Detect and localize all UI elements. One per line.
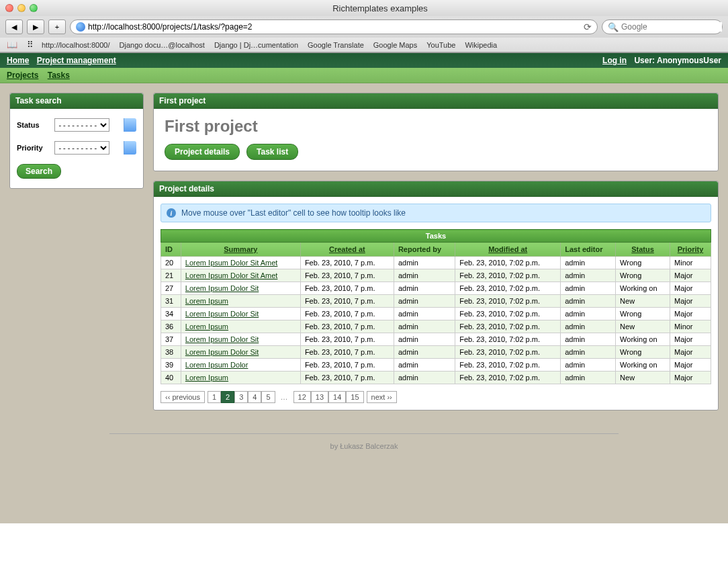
page-prev[interactable]: ‹‹ previous — [161, 391, 205, 403]
cell-created: Feb. 23, 2010, 7 p.m. — [300, 295, 394, 308]
col-priority[interactable]: Priority — [678, 245, 704, 253]
page-13[interactable]: 13 — [311, 391, 328, 403]
cell-created: Feb. 23, 2010, 7 p.m. — [300, 372, 394, 384]
bookmark-item[interactable]: Django docu…@localhost — [120, 41, 205, 49]
task-summary-link[interactable]: Lorem Ipsum — [185, 297, 228, 305]
cell-created: Feb. 23, 2010, 7 p.m. — [300, 269, 394, 282]
task-summary-link[interactable]: Lorem Ipsum Dolor Sit Amet — [185, 271, 278, 279]
cell-editor[interactable]: admin — [561, 308, 616, 320]
cell-modified: Feb. 23, 2010, 7:02 p.m. — [455, 282, 561, 295]
reload-icon[interactable]: ⟳ — [584, 21, 592, 32]
cell-editor[interactable]: admin — [561, 295, 616, 308]
page-3[interactable]: 3 — [234, 391, 248, 403]
page-14[interactable]: 14 — [328, 391, 346, 403]
project-details-button[interactable]: Project details — [165, 144, 240, 160]
task-summary-link[interactable]: Lorem Ipsum Dolor — [185, 361, 248, 369]
bookmark-item[interactable]: Google Maps — [373, 41, 417, 49]
tasks-caption: Tasks — [161, 230, 711, 243]
col-modified[interactable]: Modified at — [488, 245, 527, 253]
cell-reported: admin — [394, 269, 455, 282]
page-4[interactable]: 4 — [248, 391, 261, 403]
cell-reported: admin — [394, 372, 455, 384]
cell-editor[interactable]: admin — [561, 372, 616, 384]
table-row: 40Lorem IpsumFeb. 23, 2010, 7 p.m.adminF… — [161, 372, 711, 384]
page-12[interactable]: 12 — [293, 391, 311, 403]
bookmark-item[interactable]: YouTube — [426, 41, 455, 49]
url-input[interactable] — [88, 22, 581, 32]
info-icon: i — [167, 208, 176, 218]
subnav-projects[interactable]: Projects — [7, 71, 38, 80]
task-list-button[interactable]: Task list — [246, 144, 298, 160]
priority-select[interactable]: --------- — [54, 141, 109, 155]
cell-editor[interactable]: admin — [561, 282, 616, 295]
minimize-window-button[interactable] — [17, 4, 26, 12]
subnav-tasks[interactable]: Tasks — [48, 71, 70, 80]
zoom-window-button[interactable] — [30, 4, 38, 12]
task-summary-link[interactable]: Lorem Ipsum — [185, 322, 228, 331]
cell-modified: Feb. 23, 2010, 7:02 p.m. — [455, 308, 561, 320]
cell-reported: admin — [394, 320, 455, 333]
add-bookmark-button[interactable]: + — [48, 19, 66, 34]
info-box: i Move mouse over "Last editor" cell to … — [161, 204, 711, 222]
cell-created: Feb. 23, 2010, 7 p.m. — [300, 333, 394, 346]
bookmark-item[interactable]: http://localhost:8000/ — [42, 41, 110, 49]
search-button[interactable]: Search — [17, 164, 61, 179]
page-2[interactable]: 2 — [221, 391, 234, 403]
col-summary[interactable]: Summary — [224, 245, 257, 253]
status-label: Status — [17, 121, 54, 129]
cell-editor[interactable]: admin — [561, 257, 616, 269]
task-summary-link[interactable]: Lorem Ipsum Dolor Sit — [185, 348, 259, 356]
page-1[interactable]: 1 — [208, 391, 221, 403]
nav-home[interactable]: Home — [7, 56, 29, 65]
cell-editor[interactable]: admin — [561, 359, 616, 372]
cell-modified: Feb. 23, 2010, 7:02 p.m. — [455, 269, 561, 282]
bookmark-item[interactable]: Django | Dj…cumentation — [214, 41, 298, 49]
back-button[interactable]: ◀ — [5, 19, 23, 34]
cell-modified: Feb. 23, 2010, 7:02 p.m. — [455, 295, 561, 308]
cell-modified: Feb. 23, 2010, 7:02 p.m. — [455, 333, 561, 346]
col-created[interactable]: Created at — [329, 245, 365, 253]
bookmark-item[interactable]: Google Translate — [308, 41, 364, 49]
nav-project-management[interactable]: Project management — [37, 56, 116, 65]
cell-status: New — [616, 295, 670, 308]
open-book-icon[interactable]: 📖 — [7, 40, 17, 50]
cell-editor[interactable]: admin — [561, 320, 616, 333]
user-label: User: — [634, 56, 655, 65]
col-reported: Reported by — [394, 243, 455, 257]
tasks-header-row: ID Summary Created at Reported by Modifi… — [161, 243, 711, 257]
cell-reported: admin — [394, 359, 455, 372]
cell-status: Wrong — [616, 308, 670, 320]
cell-created: Feb. 23, 2010, 7 p.m. — [300, 308, 394, 320]
cell-status: Working on — [616, 359, 670, 372]
cell-editor[interactable]: admin — [561, 269, 616, 282]
forward-button[interactable]: ▶ — [27, 19, 44, 34]
task-search-title: Task search — [10, 93, 143, 109]
footer-text: by Łukasz Balcerzak — [330, 442, 398, 450]
apps-icon[interactable]: ⠿ — [27, 40, 32, 50]
footer-divider — [109, 433, 619, 434]
cell-editor[interactable]: admin — [561, 346, 616, 359]
url-bar[interactable]: ⟳ — [70, 19, 598, 34]
cell-status: Wrong — [616, 269, 670, 282]
close-window-button[interactable] — [5, 4, 13, 12]
login-link[interactable]: Log in — [602, 56, 627, 65]
cell-editor[interactable]: admin — [561, 333, 616, 346]
task-summary-link[interactable]: Lorem Ipsum Dolor Sit — [185, 310, 259, 318]
task-summary-link[interactable]: Lorem Ipsum Dolor Sit — [185, 284, 259, 292]
status-select[interactable]: --------- — [54, 118, 109, 132]
page-next[interactable]: next ›› — [367, 391, 397, 403]
task-summary-link[interactable]: Lorem Ipsum Dolor Sit — [185, 335, 259, 343]
browser-search-input[interactable] — [621, 22, 722, 32]
cell-status: Working on — [616, 282, 670, 295]
table-row: 34Lorem Ipsum Dolor SitFeb. 23, 2010, 7 … — [161, 308, 711, 320]
bookmark-item[interactable]: Wikipedia — [465, 41, 497, 49]
task-summary-link[interactable]: Lorem Ipsum Dolor Sit Amet — [185, 259, 278, 267]
table-row: 39Lorem Ipsum DolorFeb. 23, 2010, 7 p.m.… — [161, 359, 711, 372]
cell-id: 20 — [161, 257, 181, 269]
col-status[interactable]: Status — [631, 245, 654, 253]
page-5[interactable]: 5 — [261, 391, 275, 403]
task-summary-link[interactable]: Lorem Ipsum — [185, 374, 228, 382]
browser-search-bar[interactable]: 🔍 — [602, 19, 723, 34]
page-15[interactable]: 15 — [346, 391, 363, 403]
cell-status: New — [616, 320, 670, 333]
